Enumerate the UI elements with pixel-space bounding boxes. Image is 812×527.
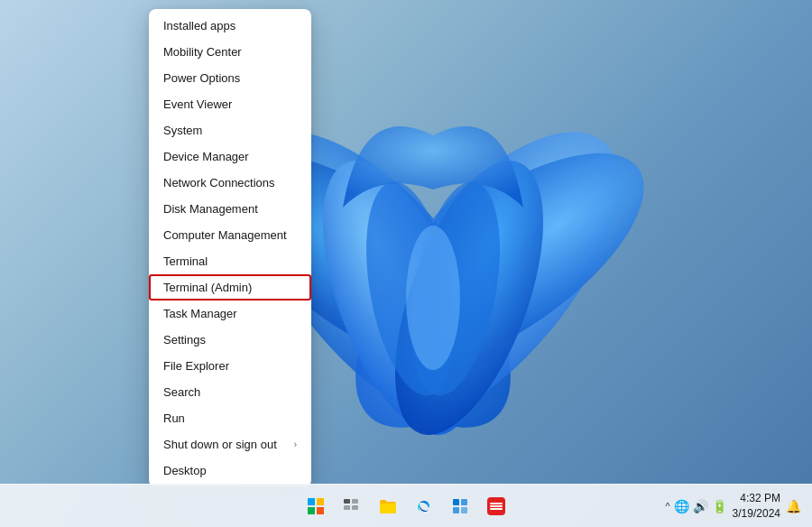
- svg-rect-13: [344, 499, 350, 504]
- task-view-icon: [344, 499, 360, 513]
- svg-rect-15: [344, 505, 350, 510]
- system-clock[interactable]: 4:32 PM 3/19/2024: [733, 491, 780, 522]
- menu-item-mobility-center[interactable]: Mobility Center: [149, 39, 311, 65]
- menu-item-task-manager[interactable]: Task Manager: [149, 300, 311, 327]
- svg-rect-20: [461, 507, 467, 513]
- svg-rect-10: [317, 498, 324, 505]
- menu-item-network-connections[interactable]: Network Connections: [149, 170, 311, 196]
- edge-button[interactable]: [408, 490, 440, 522]
- taskbar-icons: [300, 490, 512, 522]
- menu-item-event-viewer[interactable]: Event Viewer: [149, 91, 311, 117]
- system-tray: ^ 🌐 🔊 🔋 4:32 PM 3/19/2024 🔔: [665, 491, 812, 522]
- store-button[interactable]: [444, 490, 476, 522]
- svg-rect-16: [352, 505, 358, 510]
- svg-rect-12: [317, 507, 324, 514]
- app6-icon: [486, 496, 506, 516]
- menu-item-settings[interactable]: Settings: [149, 327, 311, 353]
- file-explorer-icon: [379, 498, 397, 514]
- start-button[interactable]: [300, 490, 332, 522]
- taskbar: ^ 🌐 🔊 🔋 4:32 PM 3/19/2024 🔔: [0, 484, 812, 527]
- clock-date: 3/19/2024: [733, 506, 780, 522]
- desktop: Installed apps Mobility Center Power Opt…: [0, 0, 812, 527]
- menu-item-file-explorer[interactable]: File Explorer: [149, 353, 311, 379]
- context-menu: Installed apps Mobility Center Power Opt…: [149, 9, 311, 487]
- menu-item-terminal[interactable]: Terminal: [149, 248, 311, 274]
- store-icon: [452, 498, 468, 514]
- sys-tray-icons: ^ 🌐 🔊 🔋: [665, 499, 726, 513]
- notification-bell-icon[interactable]: 🔔: [786, 499, 801, 513]
- svg-rect-18: [461, 499, 467, 505]
- svg-rect-14: [352, 499, 358, 504]
- menu-item-device-manager[interactable]: Device Manager: [149, 143, 311, 170]
- menu-item-desktop[interactable]: Desktop: [149, 458, 311, 484]
- chevron-up-icon[interactable]: ^: [665, 501, 669, 512]
- svg-rect-19: [453, 507, 459, 513]
- menu-item-installed-apps[interactable]: Installed apps: [149, 13, 311, 39]
- task-view-button[interactable]: [336, 490, 368, 522]
- menu-item-terminal-admin[interactable]: Terminal (Admin): [149, 274, 311, 300]
- svg-rect-9: [308, 498, 315, 505]
- menu-item-computer-management[interactable]: Computer Management: [149, 222, 311, 248]
- svg-rect-11: [308, 507, 315, 514]
- menu-item-run[interactable]: Run: [149, 405, 311, 431]
- network-icon[interactable]: 🌐: [674, 499, 689, 513]
- submenu-chevron-icon: ›: [294, 439, 297, 449]
- menu-item-shut-down[interactable]: Shut down or sign out ›: [149, 431, 311, 458]
- svg-point-8: [406, 226, 460, 370]
- windows-logo-icon: [308, 498, 324, 514]
- speaker-icon[interactable]: 🔊: [693, 499, 708, 513]
- menu-item-system[interactable]: System: [149, 117, 311, 143]
- clock-time: 4:32 PM: [733, 491, 780, 506]
- edge-icon: [416, 498, 432, 514]
- battery-icon[interactable]: 🔋: [712, 499, 727, 513]
- app6-button[interactable]: [480, 490, 512, 522]
- file-explorer-button[interactable]: [372, 490, 404, 522]
- menu-item-search[interactable]: Search: [149, 379, 311, 405]
- menu-item-disk-management[interactable]: Disk Management: [149, 196, 311, 222]
- svg-rect-17: [453, 499, 459, 505]
- menu-item-power-options[interactable]: Power Options: [149, 65, 311, 91]
